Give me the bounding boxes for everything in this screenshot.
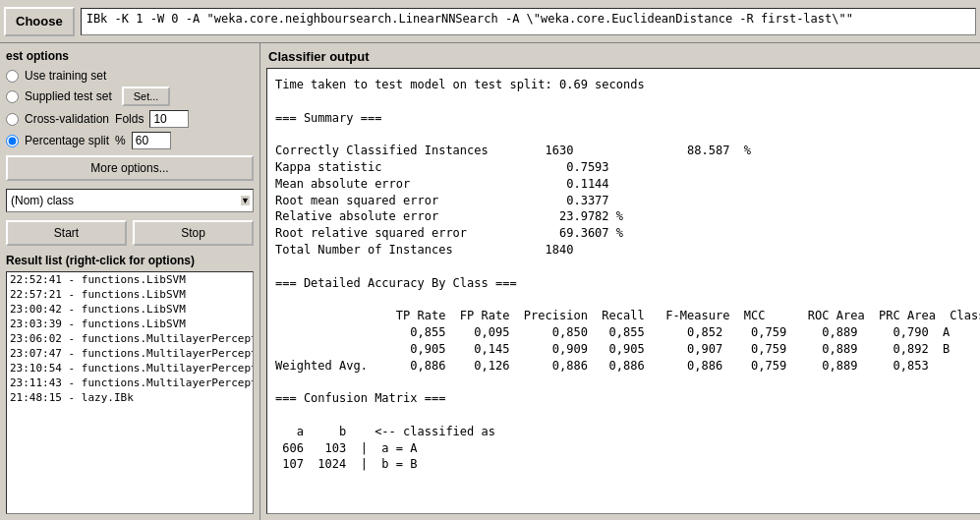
list-item[interactable]: 23:00:42 - functions.LibSVM — [7, 302, 253, 317]
start-button[interactable]: Start — [6, 220, 127, 246]
list-item[interactable]: 23:03:39 - functions.LibSVM — [7, 317, 253, 331]
use-training-label: Use training set — [25, 69, 106, 83]
folds-label: Folds — [115, 112, 144, 126]
percent-symbol: % — [115, 134, 126, 147]
list-item[interactable]: 22:57:21 - functions.LibSVM — [7, 287, 253, 302]
class-select-wrapper: (Nom) class — [6, 189, 254, 212]
list-item[interactable]: 22:52:41 - functions.LibSVM — [7, 272, 253, 287]
right-panel: Classifier output Time taken to test mod… — [260, 43, 980, 520]
class-select[interactable]: (Nom) class — [6, 189, 254, 212]
main-layout: est options Use training set Supplied te… — [0, 43, 980, 520]
result-list: 22:52:41 - functions.LibSVM22:57:21 - fu… — [6, 271, 254, 514]
output-title: Classifier output — [260, 43, 980, 68]
start-stop-row: Start Stop — [6, 220, 254, 246]
list-item[interactable]: 23:10:54 - functions.MultilayerPerceptro… — [7, 361, 253, 376]
cross-validation-radio[interactable] — [6, 113, 19, 126]
cross-validation-label: Cross-validation — [25, 112, 109, 126]
list-item[interactable]: 21:48:15 - lazy.IBk — [7, 390, 253, 405]
list-item[interactable]: 23:11:43 - functions.MultilayerPerceptro… — [7, 376, 253, 390]
classifier-command: IBk -K 1 -W 0 -A "weka.core.neighboursea… — [81, 8, 976, 35]
stop-button[interactable]: Stop — [133, 220, 254, 246]
cross-validation-row: Cross-validation Folds — [6, 110, 254, 128]
use-training-radio[interactable] — [6, 70, 19, 83]
top-bar: Choose IBk -K 1 -W 0 -A "weka.core.neigh… — [0, 0, 980, 43]
percentage-split-label: Percentage split — [25, 134, 109, 147]
test-options-group: Use training set Supplied test set Set..… — [6, 69, 254, 149]
folds-input[interactable] — [149, 110, 189, 128]
list-item[interactable]: 23:06:02 - functions.MultilayerPerceptro… — [7, 331, 253, 346]
supplied-test-radio[interactable] — [6, 90, 19, 103]
percentage-split-row: Percentage split % — [6, 132, 254, 149]
section-title: est options — [6, 49, 254, 63]
result-list-title: Result list (right-click for options) — [6, 254, 254, 267]
supplied-test-row: Supplied test set Set... — [6, 87, 254, 106]
percentage-split-radio[interactable] — [6, 135, 19, 147]
more-options-button[interactable]: More options... — [6, 155, 254, 181]
set-button[interactable]: Set... — [122, 87, 171, 106]
supplied-test-label: Supplied test set — [25, 89, 112, 103]
left-panel: est options Use training set Supplied te… — [0, 43, 260, 520]
use-training-row: Use training set — [6, 69, 254, 83]
result-list-wrapper: 22:52:41 - functions.LibSVM22:57:21 - fu… — [6, 271, 254, 514]
choose-button[interactable]: Choose — [4, 7, 75, 36]
list-item[interactable]: 23:07:47 - functions.MultilayerPerceptro… — [7, 346, 253, 361]
output-pre: Time taken to test model on test split: … — [275, 77, 980, 473]
output-content[interactable]: Time taken to test model on test split: … — [266, 68, 980, 514]
percent-input[interactable] — [132, 132, 171, 149]
